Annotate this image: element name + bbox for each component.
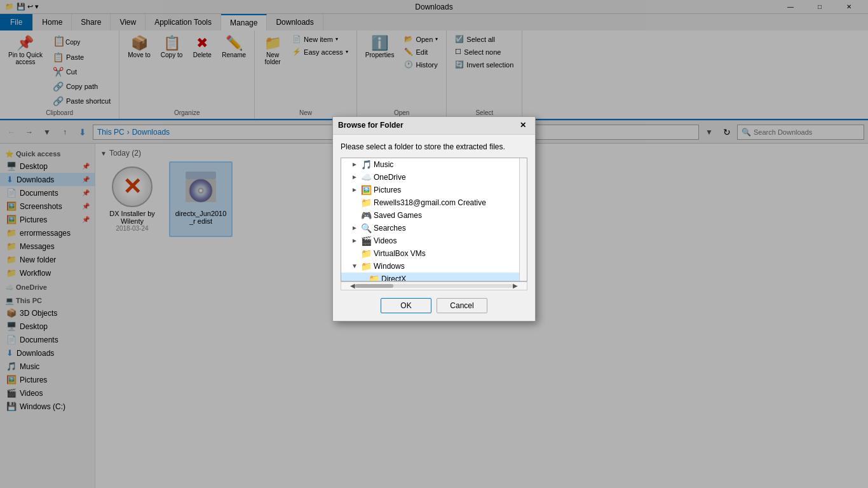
scrollbar-track bbox=[355, 284, 513, 288]
tree-item-virtualbox[interactable]: 📁 VirtualBox VMs bbox=[341, 247, 527, 260]
tree-chevron-windows: ▼ bbox=[351, 262, 359, 269]
tree-label-onedrive: OneDrive bbox=[374, 173, 406, 182]
tree-label-virtualbox: VirtualBox VMs bbox=[374, 249, 426, 258]
rewells-folder-icon: 📁 bbox=[361, 198, 372, 208]
tree-chevron-music: ► bbox=[351, 161, 359, 168]
tree-item-rewells[interactable]: 📁 Rewells318@gmail.com Creative bbox=[341, 196, 527, 209]
browse-for-folder-dialog: Browse for Folder ✕ Please select a fold… bbox=[332, 116, 536, 322]
tree-item-onedrive[interactable]: ► ☁️ OneDrive bbox=[341, 171, 527, 184]
tree-label-music: Music bbox=[374, 160, 393, 169]
tree-chevron-searches: ► bbox=[351, 224, 359, 231]
tree-chevron-pictures: ► bbox=[351, 186, 359, 193]
dialog-tree[interactable]: ► 🎵 Music ► ☁️ OneDrive ► 🖼️ Pictures 📁 bbox=[341, 158, 527, 281]
directx-folder-icon: 📁 bbox=[369, 274, 379, 281]
dialog-body: Please select a folder to store the extr… bbox=[333, 135, 535, 321]
dialog-message: Please select a folder to store the extr… bbox=[341, 142, 527, 151]
dialog-horizontal-scrollbar[interactable]: ◀ ▶ bbox=[341, 281, 527, 290]
dialog-close-button[interactable]: ✕ bbox=[516, 118, 530, 132]
tree-item-searches[interactable]: ► 🔍 Searches bbox=[341, 222, 527, 234]
tree-label-saved-games: Saved Games bbox=[374, 211, 422, 220]
tree-item-directx[interactable]: 📁 DirectX bbox=[341, 273, 527, 281]
tree-chevron-onedrive: ► bbox=[351, 173, 359, 180]
dialog-tree-scrollbar[interactable] bbox=[519, 158, 527, 281]
tree-label-videos: Videos bbox=[374, 236, 397, 245]
scrollbar-thumb[interactable] bbox=[355, 284, 393, 288]
tree-chevron-videos: ► bbox=[351, 237, 359, 244]
dialog-overlay: Browse for Folder ✕ Please select a fold… bbox=[0, 0, 868, 488]
tree-pictures-icon: 🖼️ bbox=[361, 185, 372, 195]
scroll-right-arrow[interactable]: ▶ bbox=[513, 282, 518, 289]
tree-item-windows[interactable]: ▼ 📁 Windows bbox=[341, 260, 527, 273]
tree-label-rewells: Rewells318@gmail.com Creative bbox=[374, 198, 486, 207]
onedrive-icon: ☁️ bbox=[361, 172, 372, 182]
dialog-title: Browse for Folder bbox=[338, 121, 516, 130]
searches-icon: 🔍 bbox=[361, 223, 372, 233]
music-folder-icon: 🎵 bbox=[361, 159, 372, 170]
saved-games-icon: 🎮 bbox=[361, 210, 372, 220]
tree-label-pictures: Pictures bbox=[374, 186, 401, 194]
tree-item-saved-games[interactable]: 🎮 Saved Games bbox=[341, 209, 527, 222]
tree-label-windows: Windows bbox=[374, 262, 405, 271]
cancel-button[interactable]: Cancel bbox=[437, 298, 487, 313]
tree-label-searches: Searches bbox=[374, 224, 406, 233]
tree-item-pictures[interactable]: ► 🖼️ Pictures bbox=[341, 184, 527, 196]
dialog-buttons: OK Cancel bbox=[341, 298, 527, 313]
tree-item-music[interactable]: ► 🎵 Music bbox=[341, 158, 527, 171]
scroll-left-arrow[interactable]: ◀ bbox=[350, 282, 355, 289]
tree-videos-icon: 🎬 bbox=[361, 236, 372, 246]
dialog-titlebar: Browse for Folder ✕ bbox=[333, 117, 535, 135]
windows-folder-icon: 📁 bbox=[361, 261, 372, 271]
virtualbox-icon: 📁 bbox=[361, 248, 372, 259]
ok-button[interactable]: OK bbox=[381, 298, 431, 313]
tree-label-directx: DirectX bbox=[381, 274, 406, 281]
tree-item-videos[interactable]: ► 🎬 Videos bbox=[341, 234, 527, 247]
